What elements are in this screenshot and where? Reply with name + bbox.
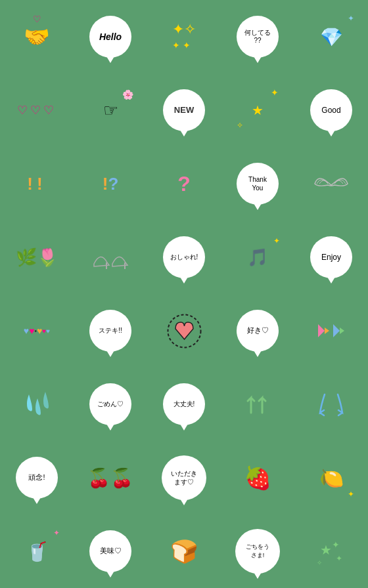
suki-bubble: 好き♡: [237, 310, 279, 352]
oishi-bubble: 美味♡: [89, 530, 131, 572]
cell-hug: 🤝 ♡: [0, 0, 74, 74]
cell-new: NEW: [147, 74, 221, 147]
emoji-grid: 🤝 ♡ Hello ✦✧✦ ✦ 何してる?? 💎 ✦ ♡♡♡: [0, 0, 368, 588]
cell-heels: [74, 220, 147, 294]
hello-bubble-wrap: Hello: [84, 10, 137, 63]
drink-icon: 🥤 ✦: [11, 525, 63, 578]
svg-text:✧: ✧: [317, 559, 322, 566]
green-stars-icon: ★ ✦ ✦ ✧: [305, 525, 357, 578]
exclaim-question-icon: !?: [84, 158, 137, 210]
cell-sparkles: ✦✧✦ ✦: [147, 0, 221, 74]
cell-green-arrows: [221, 368, 294, 441]
bread-icon: 🍞: [158, 525, 210, 578]
flowers-icon: 🌿🌷: [11, 231, 63, 284]
new-bubble-wrap: NEW: [158, 84, 210, 136]
cell-good: Good: [294, 74, 368, 147]
cell-itadaki: いただきます♡: [147, 441, 221, 514]
cell-drink: 🥤 ✦: [0, 514, 74, 588]
svg-marker-6: [340, 327, 344, 334]
cell-exclaim-q: !?: [74, 147, 147, 220]
color-chevrons-icon: [305, 304, 357, 357]
sparkles-icon: ✦✧✦ ✦: [158, 10, 210, 63]
nani-bubble: 何してる??: [237, 16, 279, 58]
cell-thankyou: ThankYou: [221, 147, 294, 220]
cell-green-stars: ★ ✦ ✦ ✧: [294, 514, 368, 588]
cell-daijoubu: 大丈夫!: [147, 368, 221, 441]
cell-gaman: 頑念!: [0, 441, 74, 514]
oishi-bubble-wrap: 美味♡: [84, 525, 137, 578]
cell-wings: [294, 147, 368, 220]
cherry-icon: 🍒🍒: [84, 452, 137, 504]
cell-question: ?: [147, 147, 221, 220]
cell-diamond: 💎 ✦: [294, 0, 368, 74]
daijoubu-bubble: 大丈夫!: [163, 383, 205, 425]
oshare-bubble: おしゃれ!: [163, 236, 205, 278]
suteki-bubble: ステキ!!: [89, 310, 131, 352]
cell-suteki: ステキ!!: [74, 294, 147, 368]
cell-oshare: おしゃれ!: [147, 220, 221, 294]
itadaki-bubble-wrap: いただきます♡: [158, 452, 210, 504]
cell-music: 🎵 ✦: [221, 220, 294, 294]
good-bubble-wrap: Good: [305, 84, 357, 136]
new-bubble: NEW: [163, 89, 205, 131]
cell-color-chevrons: [294, 294, 368, 368]
gomen-bubble-wrap: ごめん♡: [84, 378, 137, 430]
question-icon: ?: [158, 158, 210, 210]
nani-bubble-wrap: 何してる??: [231, 10, 284, 63]
cell-enjoy: Enjoy: [294, 220, 368, 294]
wings-icon: [305, 158, 357, 210]
double-exclaim-icon: !!: [11, 158, 63, 210]
cell-suki: 好き♡: [221, 294, 294, 368]
cell-oishi: 美味♡: [74, 514, 147, 588]
hug-icon: 🤝 ♡: [11, 10, 63, 63]
hello-bubble: Hello: [89, 16, 131, 58]
cell-strawberry: 🍓: [221, 441, 294, 514]
cell-nani: 何してる??: [221, 0, 294, 74]
heels-icon: [84, 231, 137, 284]
enjoy-bubble: Enjoy: [310, 236, 352, 278]
cell-hello: Hello: [74, 0, 147, 74]
drops-icon: [11, 378, 63, 430]
svg-text:★: ★: [320, 543, 332, 557]
color-hearts-icon: ♥ ♥ • ♥ ♥ ♥: [17, 311, 57, 350]
cell-drops: [0, 368, 74, 441]
star-sparkle-icon: ★ ✦ ✧: [231, 84, 284, 136]
svg-marker-4: [325, 327, 329, 334]
svg-marker-3: [318, 324, 325, 337]
thankyou-bubble: ThankYou: [237, 163, 279, 205]
thankyou-bubble-wrap: ThankYou: [231, 158, 284, 210]
svg-text:✦: ✦: [332, 539, 340, 550]
cell-double-exclaim: !!: [0, 147, 74, 220]
strawberry-icon: 🍓: [231, 452, 284, 504]
good-bubble: Good: [310, 89, 352, 131]
cell-lemon: 🍋 ✦: [294, 441, 368, 514]
hand-sparkle-icon: ☞ 🌸: [84, 84, 137, 136]
cell-hand: ☞ 🌸: [74, 74, 147, 147]
cell-cherry: 🍒🍒: [74, 441, 147, 514]
music-icon: 🎵 ✦: [231, 231, 284, 284]
suki-bubble-wrap: 好き♡: [231, 304, 284, 357]
svg-marker-5: [333, 324, 340, 337]
svg-text:✦: ✦: [336, 554, 342, 563]
hearts-row-icon: ♡♡♡: [11, 84, 63, 136]
heart-lace-icon: [158, 304, 210, 357]
itadaki-bubble: いただきます♡: [162, 455, 206, 500]
diamond-icon: 💎 ✦: [305, 10, 357, 63]
cell-bread: 🍞: [147, 514, 221, 588]
suteki-bubble-wrap: ステキ!!: [84, 304, 137, 357]
lemon-icon: 🍋 ✦: [305, 452, 357, 504]
blue-arrows-icon: [305, 378, 357, 430]
cell-hearts-row: ♡♡♡: [0, 74, 74, 147]
cell-color-hearts: ♥ ♥ • ♥ ♥ ♥: [0, 294, 74, 368]
gochiso-bubble: ごちをうさま!: [235, 529, 280, 574]
gaman-bubble: 頑念!: [16, 457, 58, 499]
green-arrows-icon: [231, 378, 284, 430]
enjoy-bubble-wrap: Enjoy: [305, 231, 357, 284]
cell-blue-arrows: [294, 368, 368, 441]
cell-flowers: 🌿🌷: [0, 220, 74, 294]
gochiso-bubble-wrap: ごちをうさま!: [231, 525, 284, 578]
cell-gochiso: ごちをうさま!: [221, 514, 294, 588]
cell-gomen: ごめん♡: [74, 368, 147, 441]
gaman-bubble-wrap: 頑念!: [11, 452, 63, 504]
gomen-bubble: ごめん♡: [89, 383, 131, 425]
